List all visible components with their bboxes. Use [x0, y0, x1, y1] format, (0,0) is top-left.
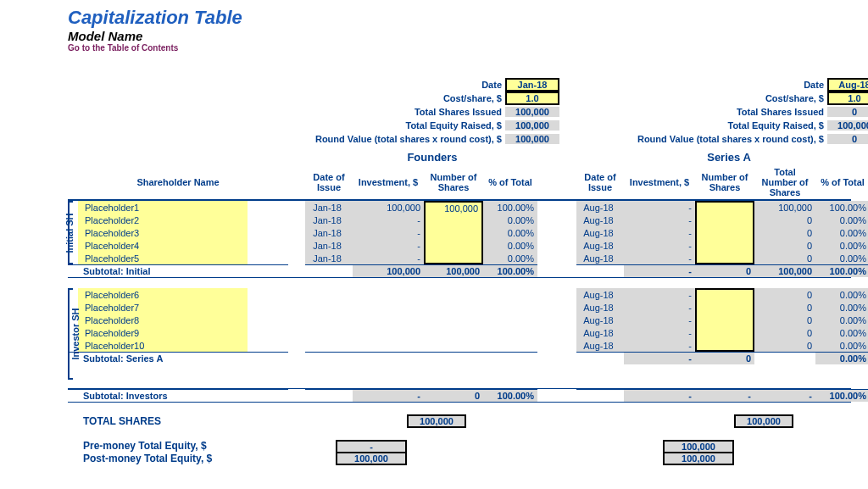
post-money-label: Post-money Total Equity, $	[68, 453, 288, 464]
cell-pct: 0.00%	[483, 214, 537, 226]
cell-pct: 0.00%	[483, 252, 537, 264]
pre-money-row: Pre-money Total Equity, $ - 100,000	[68, 440, 851, 452]
shareholder-name[interactable]: Placeholder8	[78, 314, 248, 326]
founders-equity-raised: 100,000	[505, 120, 559, 131]
cell-pct: 0.00%	[483, 239, 537, 252]
cell-investment: -	[624, 201, 695, 214]
cell-date: Aug-18	[576, 226, 624, 239]
cell-total-shares: 0	[754, 252, 815, 264]
shareholder-name[interactable]: Placeholder10	[78, 339, 248, 352]
shareholder-name[interactable]: Placeholder5	[78, 252, 248, 264]
initial-sh-group: Initial SH Placeholder1 Jan-18 100,000 1…	[68, 201, 851, 264]
cell-investment: -	[624, 214, 695, 226]
cell-investment: -	[353, 239, 424, 252]
cell-investment: -	[624, 226, 695, 239]
founders-date[interactable]: Jan-18	[505, 78, 559, 92]
cell-pct: 0.00%	[815, 214, 868, 226]
shareholder-name[interactable]: Placeholder2	[78, 214, 248, 226]
total-shares-row: TOTAL SHARES 100,000 100,000	[68, 414, 851, 428]
cell-date: Aug-18	[576, 314, 624, 326]
cell-date: Aug-18	[576, 239, 624, 252]
post-money-seriesa: 100,000	[663, 452, 734, 465]
cell-pct: 0.00%	[815, 252, 868, 264]
cell-num-shares[interactable]	[424, 239, 483, 252]
shareholder-name[interactable]: Placeholder3	[78, 226, 248, 239]
cell-num-shares[interactable]	[695, 314, 754, 326]
cell-total-shares: 0	[754, 214, 815, 226]
cell-total-shares: 0	[754, 326, 815, 339]
cell-num-shares[interactable]	[695, 239, 754, 252]
kv-section: DateJan-18 Cost/share, $1.0 Total Shares…	[68, 78, 851, 165]
seriesa-cost[interactable]: 1.0	[827, 92, 868, 105]
cell-num-shares[interactable]	[695, 301, 754, 314]
cell-date: Jan-18	[305, 201, 353, 214]
kv-label-date: Date	[305, 80, 505, 90]
subtotal-cell: -	[754, 389, 815, 402]
cell-num-shares[interactable]	[695, 214, 754, 226]
hdr-pct-total: % of Total	[815, 165, 868, 199]
post-money-founders: 100,000	[336, 452, 407, 465]
seriesa-equity-raised: 100,000	[827, 120, 868, 131]
hdr-shareholder: Shareholder Name	[68, 165, 288, 199]
cell-num-shares[interactable]	[695, 288, 754, 301]
cell-total-shares: 0	[754, 339, 815, 352]
subtotal-cell: 0	[424, 389, 483, 402]
cell-num-shares[interactable]	[424, 252, 483, 264]
table-row: Placeholder2 Jan-18 - 0.00% Aug-18 - 0 0…	[68, 214, 851, 226]
cell-total-shares: 0	[754, 226, 815, 239]
cell-num-shares[interactable]	[695, 226, 754, 239]
seriesa-title: Series A	[576, 151, 868, 164]
cell-date: Aug-18	[576, 339, 624, 352]
founders-round-value: 100,000	[505, 134, 559, 144]
cell-num-shares[interactable]	[424, 226, 483, 239]
table-row: Placeholder8 Aug-18 - 0 0.00%	[68, 314, 851, 326]
subtotal-cell: 100,000	[424, 264, 483, 277]
kv-label-shares: Total Shares Issued	[576, 107, 827, 117]
subtotal-investors-label: Subtotal: Investors	[68, 389, 288, 402]
subtotal-cell: -	[353, 389, 424, 402]
subtotal-initial-label: Subtotal: Initial	[68, 264, 288, 277]
kv-label-cost: Cost/share, $	[305, 93, 505, 103]
cell-date: Jan-18	[305, 214, 353, 226]
cell-num-shares[interactable]	[695, 326, 754, 339]
cell-num-shares[interactable]	[424, 214, 483, 226]
shareholder-name[interactable]: Placeholder1	[78, 201, 248, 214]
subtotal-cell: 0.00%	[815, 352, 868, 364]
founders-shares-issued: 100,000	[505, 107, 559, 117]
kv-label-roundval: Round Value (total shares x round cost),…	[305, 134, 505, 144]
cell-pct: 100.00%	[483, 201, 537, 214]
subtotal-cell: 100.00%	[815, 264, 868, 277]
subtotal-cell: 100,000	[754, 264, 815, 277]
shareholder-name[interactable]: Placeholder7	[78, 301, 248, 314]
subtotal-cell: 0	[695, 352, 754, 364]
founders-cost[interactable]: 1.0	[505, 92, 559, 105]
shareholder-name[interactable]: Placeholder4	[78, 239, 248, 252]
cell-num-shares[interactable]	[695, 339, 754, 352]
toc-link[interactable]: Go to the Table of Contents	[68, 43, 851, 53]
cell-investment: 100,000	[353, 201, 424, 214]
table-row: Placeholder3 Jan-18 - 0.00% Aug-18 - 0 0…	[68, 226, 851, 239]
cell-pct: 0.00%	[815, 226, 868, 239]
hdr-total-num-shares: Total Number of Shares	[754, 165, 815, 199]
cell-num-shares[interactable]	[695, 252, 754, 264]
hdr-num-shares: Number of Shares	[424, 165, 483, 199]
subtotal-cell: 100,000	[353, 264, 424, 277]
cell-num-shares[interactable]	[695, 201, 754, 214]
subtotal-cell	[754, 352, 815, 364]
cell-date: Aug-18	[576, 326, 624, 339]
kv-label-date: Date	[576, 80, 827, 90]
cell-pct: 0.00%	[483, 226, 537, 239]
cell-pct: 0.00%	[815, 301, 868, 314]
seriesa-date[interactable]: Aug-18	[827, 78, 868, 92]
table-row: Placeholder6 Aug-18 - 0 0.00%	[68, 288, 851, 301]
cell-investment: -	[624, 326, 695, 339]
shareholder-name[interactable]: Placeholder9	[78, 326, 248, 339]
cell-investment: -	[624, 339, 695, 352]
cell-pct: 0.00%	[815, 326, 868, 339]
total-shares-label: TOTAL SHARES	[68, 415, 288, 427]
founders-kv: DateJan-18 Cost/share, $1.0 Total Shares…	[305, 78, 559, 165]
subtotal-cell: 100.00%	[815, 389, 868, 402]
shareholder-name[interactable]: Placeholder6	[78, 288, 248, 301]
cell-num-shares[interactable]: 100,000	[424, 201, 483, 214]
total-shares-founders: 100,000	[407, 414, 466, 428]
